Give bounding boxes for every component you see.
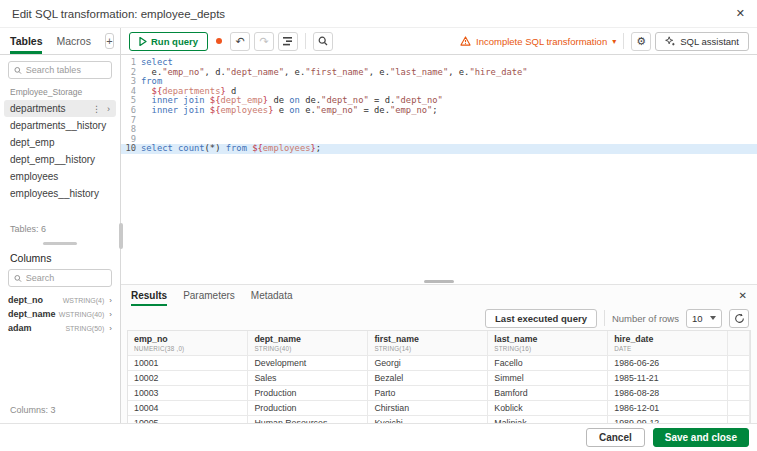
- tab-macros[interactable]: Macros: [56, 28, 90, 54]
- column-item-dept_no[interactable]: dept_noWSTRING(4)›: [8, 293, 112, 307]
- settings-button[interactable]: ⚙: [631, 32, 651, 51]
- tab-tables[interactable]: Tables: [10, 28, 42, 54]
- column-header-emp_no[interactable]: emp_noNUMERIC(38 ,0): [128, 331, 248, 356]
- run-query-button[interactable]: Run query: [129, 32, 208, 51]
- warning-icon: [460, 36, 471, 46]
- results-panel-resize-handle[interactable]: [424, 280, 454, 283]
- cancel-button[interactable]: Cancel: [586, 428, 645, 447]
- tab-results[interactable]: Results: [131, 285, 167, 306]
- rows-select-value: 10: [692, 313, 703, 324]
- sidebar-resize-handle[interactable]: [119, 223, 123, 249]
- chevron-right-icon: ›: [109, 310, 112, 319]
- code-line-7[interactable]: 7: [121, 116, 757, 126]
- table-item-label: departments__history: [10, 120, 106, 131]
- code-line-8[interactable]: 8: [121, 125, 757, 135]
- table-cell: Sales: [248, 371, 368, 386]
- table-item-employees__history[interactable]: employees__history: [4, 185, 116, 202]
- table-cell: Georgi: [368, 356, 488, 371]
- table-item-dept_emp__history[interactable]: dept_emp__history: [4, 151, 116, 168]
- sidebar-tabs: Tables Macros +: [0, 28, 121, 54]
- titlebar: Edit SQL transformation: employee_depts …: [0, 0, 757, 28]
- table-cell: Simmel: [488, 371, 608, 386]
- header-name: hire_date: [614, 334, 721, 344]
- column-item-adam[interactable]: adamSTRING(50)›: [8, 321, 112, 335]
- column-header-hire_date[interactable]: hire_dateDATE: [608, 331, 728, 356]
- kebab-menu-icon[interactable]: ⋮: [92, 104, 101, 114]
- column-header-dept_name[interactable]: dept_nameSTRING(40): [248, 331, 368, 356]
- table-row[interactable]: 10001DevelopmentGeorgiFacello1986-06-26: [128, 356, 750, 371]
- columns-search-input[interactable]: [26, 273, 106, 283]
- table-cell: 10003: [128, 386, 248, 401]
- warning-label: Incomplete SQL transformation: [476, 36, 607, 47]
- row-spacer: [728, 416, 750, 424]
- table-item-label: dept_emp__history: [10, 154, 95, 165]
- redo-button[interactable]: ↷: [254, 32, 274, 51]
- incomplete-transformation-warning[interactable]: Incomplete SQL transformation ▾: [460, 36, 616, 47]
- table-row[interactable]: 10005Human ResourcesKyoichiMaliniak1989-…: [128, 416, 750, 424]
- number-of-rows-select[interactable]: 10: [686, 309, 722, 328]
- last-executed-query-button[interactable]: Last executed query: [485, 309, 597, 328]
- table-item-label: employees__history: [10, 188, 99, 199]
- table-cell: Chirstian: [368, 401, 488, 416]
- column-name: adam: [8, 323, 32, 333]
- refresh-icon: [734, 313, 745, 324]
- save-and-close-button[interactable]: Save and close: [653, 428, 749, 447]
- results-close-icon[interactable]: ✕: [739, 290, 747, 301]
- tables-count: Tables: 6: [0, 220, 120, 238]
- sidebar-spacer: [0, 335, 120, 401]
- table-cell: Koblick: [488, 401, 608, 416]
- header-type: STRING(40): [254, 345, 361, 352]
- format-code-button[interactable]: [278, 32, 298, 51]
- add-table-button[interactable]: +: [105, 33, 114, 49]
- column-item-dept_name[interactable]: dept_nameWSTRING(40)›: [8, 307, 112, 321]
- chevron-right-icon[interactable]: ›: [107, 104, 110, 114]
- undo-button[interactable]: ↶: [230, 32, 250, 51]
- code-line-text: select count(*) from ${employees};: [141, 144, 321, 154]
- sql-assistant-button[interactable]: SQL assistant: [655, 32, 749, 51]
- tables-search-input[interactable]: [26, 65, 106, 75]
- code-line-text: inner join ${employees} e on e."emp_no" …: [141, 106, 438, 116]
- table-row[interactable]: 10004ProductionChirstianKoblick1986-12-0…: [128, 401, 750, 416]
- header-name: first_name: [374, 334, 481, 344]
- table-cell: Production: [248, 401, 368, 416]
- columns-search[interactable]: [8, 269, 112, 287]
- columns-panel-resize-handle[interactable]: [43, 242, 77, 245]
- header-name: emp_no: [134, 334, 241, 344]
- sparkle-icon: [665, 36, 675, 46]
- refresh-results-button[interactable]: [729, 309, 749, 328]
- table-list: departments⋮›departments__historydept_em…: [0, 100, 120, 202]
- chevron-down-icon: ▾: [612, 37, 616, 46]
- code-line-10[interactable]: 10select count(*) from ${employees};: [121, 144, 757, 154]
- results-controls: Last executed query Number of rows 10: [121, 306, 757, 330]
- tab-metadata[interactable]: Metadata: [251, 285, 293, 306]
- line-number: 10: [121, 144, 141, 154]
- header-name: last_name: [494, 334, 601, 344]
- close-icon[interactable]: ✕: [736, 8, 745, 19]
- table-cell: Development: [248, 356, 368, 371]
- table-item-dept_emp[interactable]: dept_emp: [4, 134, 116, 151]
- table-cell: Kyoichi: [368, 416, 488, 424]
- column-header-last_name[interactable]: last_nameSTRING(16): [488, 331, 608, 356]
- table-row[interactable]: 10003ProductionPartoBamford1986-08-28: [128, 386, 750, 401]
- table-item-departments[interactable]: departments⋮›: [4, 100, 116, 117]
- columns-list: dept_noWSTRING(4)›dept_nameWSTRING(40)›a…: [0, 293, 120, 335]
- code-line-2[interactable]: 2 e."emp_no", d."dept_name", e."first_na…: [121, 68, 757, 78]
- controls-separator: [604, 310, 605, 326]
- sql-code-editor[interactable]: 1select2 e."emp_no", d."dept_name", e."f…: [121, 55, 757, 284]
- table-item-actions: ⋮›: [92, 104, 110, 114]
- search-code-button[interactable]: [313, 32, 333, 51]
- table-item-departments__history[interactable]: departments__history: [4, 117, 116, 134]
- table-row[interactable]: 10002SalesBezalelSimmel1985-11-21: [128, 371, 750, 386]
- code-line-6[interactable]: 6 inner join ${employees} e on e."emp_no…: [121, 106, 757, 116]
- tab-parameters[interactable]: Parameters: [183, 285, 235, 306]
- run-query-label: Run query: [151, 36, 198, 47]
- table-cell: Production: [248, 386, 368, 401]
- tables-search[interactable]: [8, 61, 112, 79]
- column-type: WSTRING(40): [59, 311, 105, 318]
- column-header-first_name[interactable]: first_nameSTRING(14): [368, 331, 488, 356]
- results-table-header-row: emp_noNUMERIC(38 ,0)dept_nameSTRING(40)f…: [128, 331, 750, 356]
- column-name: dept_no: [8, 295, 43, 305]
- table-item-label: departments: [10, 103, 66, 114]
- search-icon: [14, 66, 22, 75]
- table-item-employees[interactable]: employees: [4, 168, 116, 185]
